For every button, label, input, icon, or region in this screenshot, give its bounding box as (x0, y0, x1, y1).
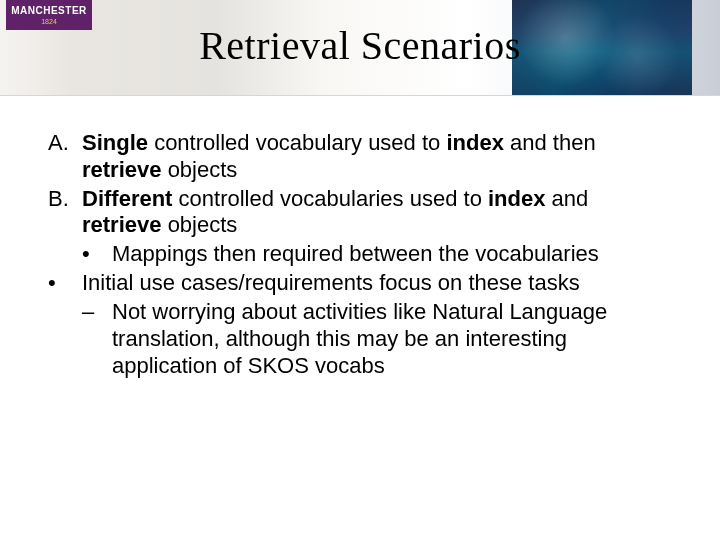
list-item-text: Mappings then required between the vocab… (112, 241, 668, 268)
list-item-text: Not worrying about activities like Natur… (112, 299, 668, 379)
sub-list-item: –Not worrying about activities like Natu… (82, 299, 668, 379)
list-item: A.Single controlled vocabulary used to i… (48, 130, 668, 184)
list-marker: • (48, 270, 82, 297)
list-item-text: Initial use cases/requirements focus on … (82, 270, 668, 297)
list-marker: B. (48, 186, 82, 240)
slide-title: Retrieval Scenarios (0, 22, 720, 69)
list-item: •Initial use cases/requirements focus on… (48, 270, 668, 297)
sub-list-marker: – (82, 299, 112, 379)
logo-line1: MANCHESTER (11, 6, 87, 16)
list-item-text: Different controlled vocabularies used t… (82, 186, 668, 240)
sub-list-marker: • (82, 241, 112, 268)
slide: MANCHESTER 1824 of Manchester The Univer… (0, 0, 720, 540)
list-item: B.Different controlled vocabularies used… (48, 186, 668, 240)
sub-list-item: •Mappings then required between the voca… (82, 241, 668, 268)
list-marker: A. (48, 130, 82, 184)
slide-body: A.Single controlled vocabulary used to i… (48, 130, 668, 381)
list-item-text: Single controlled vocabulary used to ind… (82, 130, 668, 184)
